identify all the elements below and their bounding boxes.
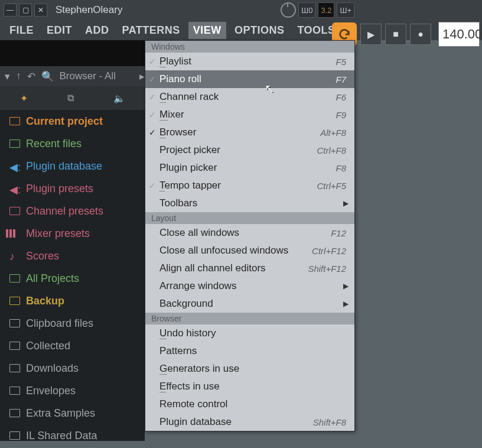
menu-item-label: Generators in use [159, 363, 354, 375]
menu-add[interactable]: ADD [80, 22, 114, 39]
folder-icon [9, 206, 20, 216]
menu-item-align-all-channel-editors[interactable]: Align all channel editorsShift+F12 [145, 259, 354, 277]
menu-edit[interactable]: EDIT [42, 22, 77, 39]
menu-item-tempo-tapper[interactable]: ✓Tempo tapperCtrl+F5 [145, 177, 354, 194]
browser-item-envelopes[interactable]: Envelopes [0, 379, 145, 402]
back-icon[interactable]: ↶ [27, 70, 35, 83]
browser-item-downloads[interactable]: Downloads [0, 357, 145, 379]
menu-item-arrange-windows[interactable]: Arrange windows▶ [145, 277, 354, 295]
restore-button[interactable]: ▢ [19, 4, 32, 17]
menu-item-shortcut: F5 [336, 57, 346, 67]
browser-item-plugin-database[interactable]: ◀:Plugin database [0, 155, 145, 177]
up-icon[interactable]: ↑ [16, 70, 21, 82]
browser-item-channel-presets[interactable]: Channel presets [0, 200, 145, 222]
menu-item-label: Close all unfocused windows [159, 245, 312, 257]
menu-options[interactable]: OPTIONS [230, 22, 289, 39]
star-icon[interactable]: ✦ [20, 93, 28, 104]
menu-item-playlist[interactable]: ✓PlaylistF5 [145, 53, 354, 70]
browser-item-il-shared-data[interactable]: IL Shared Data [0, 424, 145, 441]
menu-item-label: Browser [159, 126, 320, 138]
mute-icon[interactable]: 🔈 [113, 93, 125, 104]
menu-item-label: Channel rack [159, 91, 336, 103]
project-title: StephenOleary [56, 4, 122, 16]
menu-item-toolbars[interactable]: Toolbars▶ [145, 194, 354, 212]
chevron-right-icon[interactable]: ▸ [139, 70, 145, 83]
snap-mode-2[interactable]: Ш+ [337, 2, 354, 18]
snap-mode[interactable]: Ш0 [298, 2, 315, 18]
master-pitch-knob[interactable] [281, 2, 296, 18]
menu-item-shortcut: F12 [331, 228, 346, 238]
folder-icon [9, 430, 20, 441]
menu-item-shortcut: Ctrl+F12 [312, 246, 346, 256]
menu-item-label: Align all channel editors [159, 262, 308, 274]
check-icon: ✓ [149, 92, 156, 102]
menu-section-windows: Windows [145, 41, 354, 53]
speaker-icon: ◀: [9, 183, 20, 194]
tempo-display[interactable]: 140.00 [438, 22, 480, 47]
folder-icon [9, 138, 20, 149]
folder-icon [9, 408, 20, 418]
menu-item-effects-in-use[interactable]: Effects in use [145, 378, 354, 395]
menu-item-browser[interactable]: ✓BrowserAlt+F8 [145, 124, 354, 141]
browser-item-clipboard-files[interactable]: Clipboard files [0, 312, 145, 335]
browser-item-backup[interactable]: Backup [0, 290, 145, 312]
chevron-right-icon: ▶ [343, 282, 349, 290]
browser-item-plugin-presets[interactable]: ◀:Plugin presets [0, 177, 145, 200]
sliders-icon [9, 228, 20, 239]
menu-item-mixer[interactable]: ✓MixerF9 [145, 106, 354, 124]
menu-item-label: Effects in use [159, 381, 354, 392]
browser-item-extra-samples[interactable]: Extra Samples [0, 402, 145, 424]
menu-item-close-all-windows[interactable]: Close all windowsF12 [145, 224, 354, 242]
browser-item-current-project[interactable]: Current project [0, 110, 145, 132]
browser-item-scores[interactable]: ♪Scores [0, 245, 145, 267]
menu-item-close-all-unfocused-windows[interactable]: Close all unfocused windowsCtrl+F12 [145, 242, 354, 259]
check-icon: ✓ [149, 128, 156, 137]
close-button[interactable]: ✕ [34, 4, 47, 17]
folder-icon [9, 363, 20, 374]
menu-patterns[interactable]: PATTERNS [118, 22, 185, 39]
menu-view[interactable]: VIEW [188, 22, 226, 39]
stop-button[interactable]: ■ [385, 24, 406, 45]
browser-item-mixer-presets[interactable]: Mixer presets [0, 222, 145, 245]
folder-icon [9, 340, 20, 351]
menu-item-background[interactable]: Background▶ [145, 295, 354, 313]
browser-item-all-projects[interactable]: All Projects [0, 267, 145, 290]
play-button[interactable]: ▶ [360, 24, 382, 45]
browser-item-label: Backup [26, 295, 64, 307]
search-icon[interactable]: 🔍 [41, 70, 54, 83]
menu-item-generators-in-use[interactable]: Generators in use [145, 360, 354, 378]
browser-item-collected[interactable]: Collected [0, 335, 145, 357]
browser-header[interactable]: ▾ ↑ ↶ 🔍 Browser - All ▸ [0, 66, 149, 86]
copy-icon[interactable]: ⧉ [67, 93, 74, 103]
menu-item-piano-roll[interactable]: ✓Piano rollF7 [145, 70, 354, 88]
menu-item-label: Piano roll [159, 73, 336, 85]
menu-item-shortcut: Ctrl+F8 [317, 145, 346, 155]
menu-item-label: Remote control [159, 398, 354, 410]
browser-toolbar: ✦ ⧉ 🔈 [0, 86, 145, 110]
browser-item-label: Extra Samples [26, 407, 95, 420]
menu-item-patterns[interactable]: Patterns [145, 342, 354, 360]
menu-item-label: Arrange windows [159, 280, 354, 292]
menu-item-remote-control[interactable]: Remote control [145, 395, 354, 413]
record-button[interactable]: ● [410, 24, 431, 45]
menu-item-label: Playlist [159, 56, 336, 67]
menu-item-undo-history[interactable]: Undo history [145, 324, 354, 342]
browser-item-recent-files[interactable]: Recent files [0, 132, 145, 155]
menu-file[interactable]: FILE [5, 22, 38, 39]
menu-item-plugin-database[interactable]: Plugin databaseShift+F8 [145, 413, 354, 431]
collapse-icon[interactable]: ▾ [5, 70, 10, 83]
browser-title: Browser - All [60, 70, 116, 82]
chevron-right-icon: ▶ [343, 300, 349, 308]
menu-section-layout: Layout [145, 212, 354, 224]
menu-item-project-picker[interactable]: Project pickerCtrl+F8 [145, 141, 354, 159]
pattern-display[interactable]: 3.2 [318, 2, 334, 18]
browser-item-label: Clipboard files [26, 317, 93, 330]
menu-item-channel-rack[interactable]: ✓Channel rackF6 [145, 88, 354, 106]
menu-item-shortcut: F6 [336, 92, 346, 102]
menu-item-plugin-picker[interactable]: Plugin pickerF8 [145, 159, 354, 177]
menu-item-label: Mixer [159, 109, 336, 121]
menu-item-shortcut: Alt+F8 [320, 128, 346, 138]
browser-item-label: Mixer presets [26, 228, 90, 240]
minimize-button[interactable]: — [4, 4, 17, 17]
speaker-icon: ◀: [9, 161, 20, 171]
